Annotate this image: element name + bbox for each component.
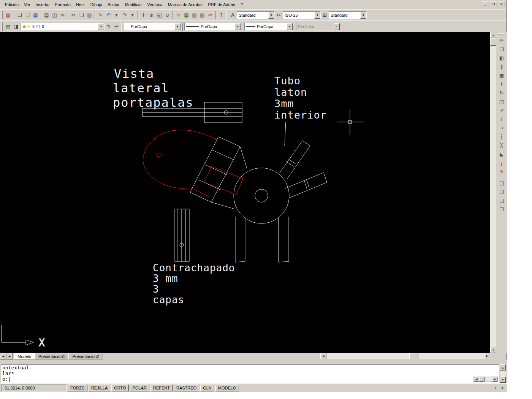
menu-ayuda[interactable]: ?: [238, 1, 245, 8]
redo-icon[interactable]: ↷: [120, 11, 128, 19]
horizontal-scroll-thumb[interactable]: [409, 353, 418, 359]
menu-formato[interactable]: Formato: [52, 1, 73, 8]
dim-style-combo[interactable]: ISO-25 ▼: [283, 11, 321, 19]
table-style-icon[interactable]: ⊞: [321, 11, 329, 19]
bring-to-front-icon[interactable]: ❏: [498, 179, 506, 188]
tab-nav-prev-button[interactable]: ◀: [0, 353, 6, 359]
open-icon[interactable]: ❐: [24, 11, 32, 19]
dropdown-arrow-icon[interactable]: ▼: [360, 12, 366, 19]
dropdown-arrow-icon[interactable]: ▼: [98, 23, 104, 30]
canvas-vertical-scrollbar[interactable]: ▲ ▼: [490, 32, 496, 353]
help-icon[interactable]: ?: [217, 11, 225, 19]
app-icon[interactable]: ▨: [4, 11, 12, 19]
undo-icon[interactable]: ↶: [104, 11, 112, 19]
redo-history-arrow-icon[interactable]: ▾: [128, 11, 136, 19]
communication-center-icon[interactable]: ✦: [492, 385, 499, 391]
rotate-icon[interactable]: ↻: [498, 89, 506, 97]
layer-properties-icon[interactable]: ▤: [4, 22, 12, 30]
drawing-viewport[interactable]: X Vista lateral portapalas Tubo laton 3m…: [0, 32, 490, 353]
send-under-icon[interactable]: ❒: [498, 205, 506, 214]
plot-preview-icon[interactable]: ◫: [51, 11, 59, 19]
scroll-track[interactable]: [490, 46, 496, 347]
orto-button[interactable]: ORTO: [111, 385, 128, 391]
scroll-right-button[interactable]: ▶: [492, 377, 497, 382]
array-icon[interactable]: ▦: [498, 71, 506, 80]
color-combo[interactable]: PorCapa ▼: [124, 23, 181, 30]
vertical-scroll-thumb[interactable]: [490, 39, 496, 46]
canvas-horizontal-scrollbar[interactable]: ◀ ▶: [320, 353, 490, 359]
layer-previous-icon[interactable]: ↩: [112, 22, 120, 30]
break-icon[interactable]: ╳: [498, 141, 506, 150]
text-style-combo[interactable]: Standard ▼: [237, 11, 275, 19]
scroll-up-button[interactable]: ▲: [500, 364, 506, 370]
gln-button[interactable]: GLN: [200, 385, 214, 391]
dropdown-arrow-icon[interactable]: ▼: [235, 23, 241, 30]
polar-button[interactable]: POLAR: [130, 385, 149, 391]
text-style-icon[interactable]: A: [229, 11, 237, 19]
scroll-down-button[interactable]: ▼: [500, 377, 506, 383]
trim-icon[interactable]: ∕: [498, 115, 506, 124]
match-properties-icon[interactable]: ✎: [97, 11, 104, 19]
send-to-back-icon[interactable]: ❐: [498, 188, 506, 196]
new-icon[interactable]: ❏: [16, 11, 24, 19]
cut-icon[interactable]: ✂: [70, 11, 78, 19]
menu-acotar[interactable]: Acotar: [105, 1, 122, 8]
model-space-canvas[interactable]: X Vista lateral portapalas Tubo laton 3m…: [0, 32, 490, 353]
dropdown-arrow-icon[interactable]: ▼: [287, 23, 293, 30]
fillet-icon[interactable]: ╭: [498, 158, 506, 167]
menu-dibujo[interactable]: Dibujo: [88, 1, 105, 8]
offset-icon[interactable]: ∥: [498, 62, 506, 71]
modelo-button[interactable]: MODELO: [215, 385, 239, 391]
menu-pdf-de-adobe[interactable]: PDF de Adobe: [205, 1, 238, 8]
stretch-icon[interactable]: ⇗: [498, 106, 506, 115]
make-object-layer-current-icon[interactable]: ↰: [104, 22, 112, 30]
tab-nav-next-button[interactable]: ▶: [6, 353, 13, 359]
break-at-point-icon[interactable]: ┆: [498, 132, 506, 141]
menu-marcas-de-acrobat[interactable]: Marcas de Acrobat: [165, 1, 206, 8]
command-vertical-scrollbar[interactable]: ▲ ▼: [500, 364, 506, 383]
minimize-button[interactable]: ▁: [482, 2, 489, 7]
rejilla-button[interactable]: REJILLA: [89, 385, 110, 391]
horizontal-scroll-thumb[interactable]: [479, 377, 484, 382]
command-prompt[interactable]: o:: [2, 376, 499, 382]
zoom-window-icon[interactable]: ◱: [155, 11, 163, 19]
move-icon[interactable]: ✛: [498, 80, 506, 89]
tray-arrow-icon[interactable]: ▾: [499, 385, 506, 391]
menu-insertar[interactable]: Insertar: [33, 1, 52, 8]
pan-realtime-icon[interactable]: ✛: [139, 11, 147, 19]
close-button[interactable]: ✕: [498, 2, 505, 7]
designcenter-icon[interactable]: ▦: [182, 11, 190, 19]
properties-icon[interactable]: ≡: [174, 11, 182, 19]
layer-combo[interactable]: ●☀⊙□ 0 ▼: [20, 23, 104, 30]
tab-presentacion1[interactable]: Presentación1: [35, 353, 69, 359]
scroll-left-button[interactable]: ◀: [320, 353, 326, 359]
dim-style-icon[interactable]: ↔: [275, 11, 283, 19]
menu-herr[interactable]: Herr.: [73, 1, 88, 8]
menu-ver[interactable]: Ver: [21, 1, 33, 8]
menu-ventana[interactable]: Ventana: [144, 1, 165, 8]
scroll-down-button[interactable]: ▼: [490, 347, 496, 353]
copy-icon[interactable]: ❑: [78, 11, 86, 19]
explode-icon[interactable]: ✳: [498, 167, 506, 176]
rastreo-button[interactable]: RASTREO: [174, 385, 199, 391]
toolbar-grip[interactable]: [2, 11, 3, 19]
scroll-left-button[interactable]: ◀: [474, 377, 479, 382]
markup-icon[interactable]: ✑: [206, 11, 214, 19]
toolbar-grip[interactable]: [121, 22, 122, 31]
copy-object-icon[interactable]: ❑: [498, 45, 506, 54]
tab-modelo[interactable]: Modelo: [14, 353, 35, 359]
lineweight-combo[interactable]: PorCapa ▼: [244, 23, 293, 30]
scale-icon[interactable]: ◲: [498, 97, 506, 106]
linetype-combo[interactable]: PorCapa ▼: [184, 23, 241, 30]
toolbar-grip[interactable]: [498, 33, 505, 35]
dropdown-arrow-icon[interactable]: ▼: [174, 23, 180, 30]
command-history[interactable]: ontextual. lar* o:: [1, 364, 499, 383]
command-horizontal-scrollbar[interactable]: ◀ ▶: [473, 377, 498, 382]
undo-history-arrow-icon[interactable]: ▾: [112, 11, 120, 19]
chamfer-icon[interactable]: ◣: [498, 150, 506, 158]
tool-palettes-icon[interactable]: ▥: [190, 11, 198, 19]
save-icon[interactable]: ▦: [32, 11, 40, 19]
forzc-button[interactable]: FORZC: [68, 385, 87, 391]
dropdown-arrow-icon[interactable]: ▼: [268, 12, 274, 19]
bring-above-icon[interactable]: ❑: [498, 196, 506, 205]
